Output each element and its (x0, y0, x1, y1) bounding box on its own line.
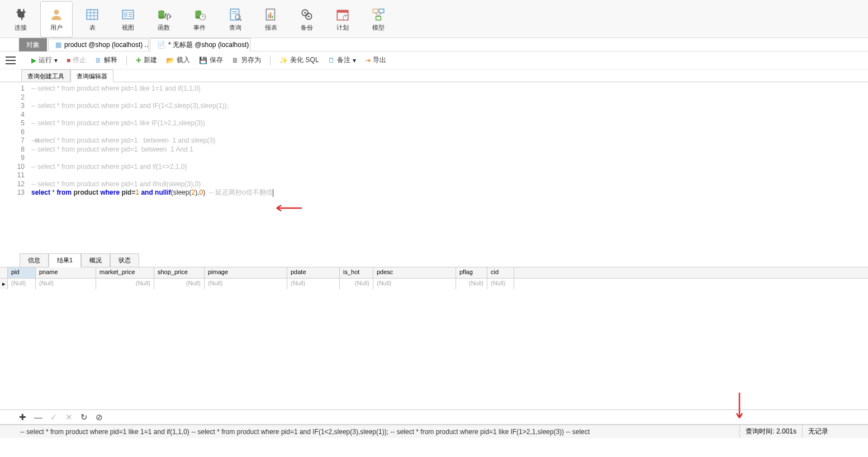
save-button[interactable]: 💾保存 (196, 54, 226, 67)
tab-query-editor[interactable]: 查询编辑器 (70, 69, 113, 82)
col-pid[interactable]: pid (8, 267, 36, 278)
col-cid[interactable]: cid (487, 267, 514, 278)
dropdown-icon: ▾ (54, 56, 58, 64)
col-market-price[interactable]: market_price (96, 267, 154, 278)
table-row[interactable]: ▸ (Null) (Null) (Null) (Null) (Null) (Nu… (0, 279, 868, 289)
cell[interactable]: (Null) (287, 279, 340, 289)
fold-icon[interactable]: ⊟ (35, 136, 39, 145)
col-pname[interactable]: pname (36, 267, 96, 278)
tab-info[interactable]: 信息 (20, 253, 49, 267)
note-button[interactable]: 🗒备注▾ (325, 54, 359, 67)
cell[interactable]: (Null) (205, 279, 287, 289)
tab-result[interactable]: 结果1 (49, 253, 81, 267)
ribbon-model[interactable]: 模型 (362, 1, 395, 37)
cell[interactable]: (Null) (8, 279, 36, 289)
cell[interactable]: (Null) (96, 279, 154, 289)
menu-icon[interactable] (6, 56, 16, 64)
table-icon: ▦ (55, 41, 61, 49)
code-line: -- select * from product where pid=1 bet… (31, 145, 193, 154)
result-grid-header: pid pname market_price shop_price pimage… (0, 267, 868, 279)
ribbon-label: 表 (89, 23, 96, 32)
user-icon (49, 7, 64, 22)
fx-icon: f(x) (156, 7, 172, 22)
code-line: -- select * from product where pid=1 and… (31, 163, 187, 172)
plug-icon (13, 7, 29, 22)
col-pimage[interactable]: pimage (205, 267, 287, 278)
refresh-button[interactable]: ↻ (80, 412, 88, 422)
status-bar: -- select * from product where pid=1 lik… (0, 425, 868, 438)
col-pdesc[interactable]: pdesc (373, 267, 456, 278)
cell[interactable]: (Null) (340, 279, 373, 289)
result-grid-body[interactable]: ▸ (Null) (Null) (Null) (Null) (Null) (Nu… (0, 279, 868, 410)
btn-label: 保存 (210, 55, 223, 65)
add-record-button[interactable]: ✚ (19, 412, 26, 422)
load-button[interactable]: 📂载入 (163, 54, 193, 67)
btn-label: 解释 (104, 55, 117, 65)
annotation-arrow-icon (271, 202, 305, 214)
ribbon-view[interactable]: 视图 (112, 1, 144, 37)
ribbon-user[interactable]: 用户 (40, 1, 73, 37)
cell[interactable]: (Null) (487, 279, 514, 289)
cancel-button[interactable]: ✕ (65, 412, 73, 422)
run-button[interactable]: ▶运行▾ (28, 54, 61, 67)
btn-label: 停止 (73, 55, 86, 65)
ribbon-schedule[interactable]: 计划 (326, 1, 359, 37)
backup-icon (299, 7, 315, 22)
ribbon-report[interactable]: 报表 (255, 1, 287, 37)
ribbon-connection[interactable]: 连接 (4, 1, 37, 37)
record-nav-bar: ✚ — ✓ ✕ ↻ ⊘ (0, 410, 868, 425)
ribbon-backup[interactable]: 备份 (291, 1, 323, 37)
delete-record-button[interactable]: — (34, 412, 42, 422)
svg-point-24 (235, 15, 240, 20)
svg-rect-1 (87, 10, 98, 19)
view-icon (120, 7, 136, 22)
tab-label: 对象 (26, 40, 40, 50)
sql-editor[interactable]: 1-- select * from product where pid=1 li… (0, 82, 868, 253)
tab-status[interactable]: 状态 (110, 253, 139, 267)
ribbon-query[interactable]: 查询 (219, 1, 252, 37)
svg-point-33 (308, 16, 310, 17)
tab-untitled[interactable]: 📄 * 无标题 @shop (localhost) -... (150, 38, 250, 51)
ribbon-function[interactable]: f(x) 函数 (148, 1, 180, 37)
export-button[interactable]: ⇥导出 (362, 54, 390, 67)
stop-button[interactable]: ■停止 (63, 54, 89, 67)
tab-query-builder[interactable]: 查询创建工具 (21, 69, 70, 82)
model-icon (371, 7, 386, 22)
tab-label: * 无标题 @shop (localhost) -... (168, 40, 250, 50)
explain-button[interactable]: 🗎解释 (92, 54, 121, 67)
ribbon-label: 函数 (158, 23, 170, 32)
apply-button[interactable]: ✓ (50, 412, 58, 422)
svg-rect-29 (272, 16, 273, 18)
ribbon-event[interactable]: 事件 (183, 1, 216, 37)
cell[interactable]: (Null) (456, 279, 487, 289)
row-indicator-icon: ▸ (0, 279, 8, 289)
ribbon-table[interactable]: 表 (76, 1, 108, 37)
cell[interactable]: (Null) (36, 279, 96, 289)
svg-line-42 (378, 13, 381, 17)
btn-label: 新建 (144, 55, 157, 65)
svg-rect-27 (268, 15, 269, 18)
document-tabs: 对象 ▦ product @shop (localhost) ... 📄 * 无… (0, 38, 868, 51)
status-sql-text: -- select * from product where pid=1 lik… (4, 428, 739, 436)
tab-summary[interactable]: 概况 (81, 253, 110, 267)
svg-line-41 (376, 13, 378, 17)
status-query-time: 查询时间: 2.001s (739, 425, 802, 438)
tab-label: product @shop (localhost) ... (64, 41, 149, 49)
tab-product[interactable]: ▦ product @shop (localhost) ... (48, 39, 149, 50)
new-button[interactable]: ✚新建 (132, 54, 160, 67)
ribbon-label: 模型 (372, 23, 385, 32)
col-shop-price[interactable]: shop_price (154, 267, 205, 278)
btn-label: 载入 (177, 55, 190, 65)
cell[interactable]: (Null) (373, 279, 456, 289)
col-is-hot[interactable]: is_hot (340, 267, 373, 278)
col-pdate[interactable]: pdate (287, 267, 340, 278)
beautify-button[interactable]: ✨美化 SQL (276, 54, 322, 67)
save-icon: 💾 (199, 56, 207, 64)
ribbon-label: 报表 (265, 23, 277, 32)
svg-line-25 (240, 19, 241, 21)
col-pflag[interactable]: pflag (456, 267, 487, 278)
cell[interactable]: (Null) (154, 279, 205, 289)
tab-objects[interactable]: 对象 (19, 38, 47, 51)
saveas-button[interactable]: 🗎另存为 (229, 54, 264, 67)
stop-button[interactable]: ⊘ (96, 412, 103, 422)
